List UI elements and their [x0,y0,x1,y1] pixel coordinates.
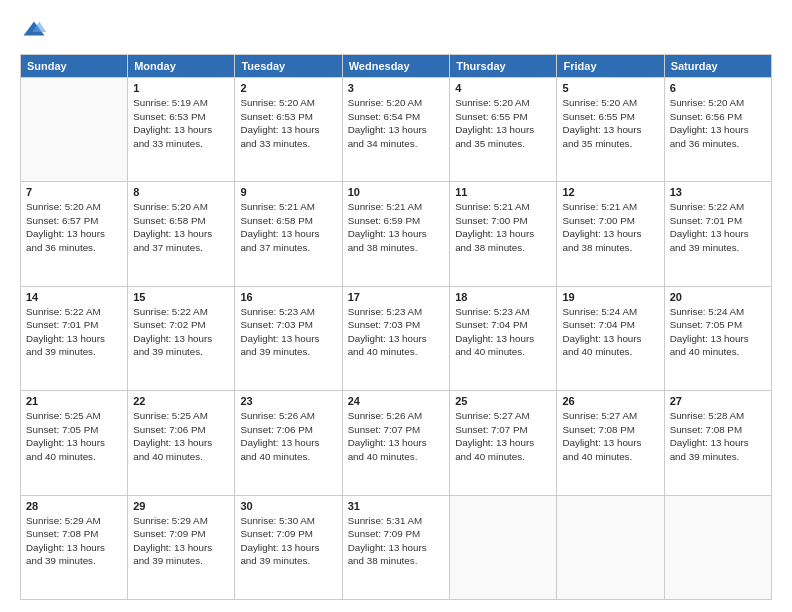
day-number: 16 [240,291,336,303]
day-number: 12 [562,186,658,198]
day-number: 25 [455,395,551,407]
day-number: 14 [26,291,122,303]
day-number: 1 [133,82,229,94]
day-info: Sunrise: 5:29 AMSunset: 7:08 PMDaylight:… [26,514,122,568]
logo [20,18,52,46]
calendar-cell: 23Sunrise: 5:26 AMSunset: 7:06 PMDayligh… [235,391,342,495]
day-info: Sunrise: 5:23 AMSunset: 7:03 PMDaylight:… [240,305,336,359]
calendar-cell: 30Sunrise: 5:30 AMSunset: 7:09 PMDayligh… [235,495,342,599]
day-number: 23 [240,395,336,407]
calendar-cell: 18Sunrise: 5:23 AMSunset: 7:04 PMDayligh… [450,286,557,390]
calendar-week-4: 21Sunrise: 5:25 AMSunset: 7:05 PMDayligh… [21,391,772,495]
day-number: 11 [455,186,551,198]
calendar-cell: 2Sunrise: 5:20 AMSunset: 6:53 PMDaylight… [235,78,342,182]
day-info: Sunrise: 5:20 AMSunset: 6:55 PMDaylight:… [455,96,551,150]
day-info: Sunrise: 5:21 AMSunset: 6:59 PMDaylight:… [348,200,445,254]
header [20,18,772,46]
calendar-cell: 6Sunrise: 5:20 AMSunset: 6:56 PMDaylight… [664,78,771,182]
day-info: Sunrise: 5:21 AMSunset: 7:00 PMDaylight:… [562,200,658,254]
day-info: Sunrise: 5:25 AMSunset: 7:05 PMDaylight:… [26,409,122,463]
day-number: 31 [348,500,445,512]
weekday-header-saturday: Saturday [664,55,771,78]
page: SundayMondayTuesdayWednesdayThursdayFrid… [0,0,792,612]
calendar-cell: 12Sunrise: 5:21 AMSunset: 7:00 PMDayligh… [557,182,664,286]
day-info: Sunrise: 5:27 AMSunset: 7:07 PMDaylight:… [455,409,551,463]
day-info: Sunrise: 5:20 AMSunset: 6:53 PMDaylight:… [240,96,336,150]
calendar-cell: 8Sunrise: 5:20 AMSunset: 6:58 PMDaylight… [128,182,235,286]
weekday-header-sunday: Sunday [21,55,128,78]
calendar-cell [450,495,557,599]
calendar-cell: 27Sunrise: 5:28 AMSunset: 7:08 PMDayligh… [664,391,771,495]
day-number: 21 [26,395,122,407]
weekday-header-tuesday: Tuesday [235,55,342,78]
day-number: 15 [133,291,229,303]
weekday-header-monday: Monday [128,55,235,78]
day-info: Sunrise: 5:23 AMSunset: 7:04 PMDaylight:… [455,305,551,359]
day-number: 7 [26,186,122,198]
weekday-header-row: SundayMondayTuesdayWednesdayThursdayFrid… [21,55,772,78]
day-number: 4 [455,82,551,94]
day-number: 13 [670,186,766,198]
calendar-cell: 26Sunrise: 5:27 AMSunset: 7:08 PMDayligh… [557,391,664,495]
calendar-cell: 5Sunrise: 5:20 AMSunset: 6:55 PMDaylight… [557,78,664,182]
calendar-week-2: 7Sunrise: 5:20 AMSunset: 6:57 PMDaylight… [21,182,772,286]
day-number: 5 [562,82,658,94]
calendar-cell: 16Sunrise: 5:23 AMSunset: 7:03 PMDayligh… [235,286,342,390]
calendar-cell: 4Sunrise: 5:20 AMSunset: 6:55 PMDaylight… [450,78,557,182]
day-info: Sunrise: 5:21 AMSunset: 7:00 PMDaylight:… [455,200,551,254]
day-number: 10 [348,186,445,198]
weekday-header-thursday: Thursday [450,55,557,78]
day-number: 20 [670,291,766,303]
day-info: Sunrise: 5:31 AMSunset: 7:09 PMDaylight:… [348,514,445,568]
calendar-cell: 3Sunrise: 5:20 AMSunset: 6:54 PMDaylight… [342,78,450,182]
day-info: Sunrise: 5:19 AMSunset: 6:53 PMDaylight:… [133,96,229,150]
calendar-week-5: 28Sunrise: 5:29 AMSunset: 7:08 PMDayligh… [21,495,772,599]
calendar-cell: 20Sunrise: 5:24 AMSunset: 7:05 PMDayligh… [664,286,771,390]
day-info: Sunrise: 5:25 AMSunset: 7:06 PMDaylight:… [133,409,229,463]
day-number: 29 [133,500,229,512]
day-number: 2 [240,82,336,94]
day-number: 30 [240,500,336,512]
day-number: 18 [455,291,551,303]
calendar-cell: 10Sunrise: 5:21 AMSunset: 6:59 PMDayligh… [342,182,450,286]
weekday-header-wednesday: Wednesday [342,55,450,78]
calendar-cell: 7Sunrise: 5:20 AMSunset: 6:57 PMDaylight… [21,182,128,286]
day-info: Sunrise: 5:30 AMSunset: 7:09 PMDaylight:… [240,514,336,568]
day-number: 3 [348,82,445,94]
calendar-week-1: 1Sunrise: 5:19 AMSunset: 6:53 PMDaylight… [21,78,772,182]
day-info: Sunrise: 5:24 AMSunset: 7:05 PMDaylight:… [670,305,766,359]
day-info: Sunrise: 5:29 AMSunset: 7:09 PMDaylight:… [133,514,229,568]
calendar-cell: 9Sunrise: 5:21 AMSunset: 6:58 PMDaylight… [235,182,342,286]
calendar-week-3: 14Sunrise: 5:22 AMSunset: 7:01 PMDayligh… [21,286,772,390]
day-number: 22 [133,395,229,407]
day-info: Sunrise: 5:20 AMSunset: 6:55 PMDaylight:… [562,96,658,150]
day-info: Sunrise: 5:20 AMSunset: 6:56 PMDaylight:… [670,96,766,150]
calendar-cell: 21Sunrise: 5:25 AMSunset: 7:05 PMDayligh… [21,391,128,495]
calendar-cell: 13Sunrise: 5:22 AMSunset: 7:01 PMDayligh… [664,182,771,286]
calendar-cell: 31Sunrise: 5:31 AMSunset: 7:09 PMDayligh… [342,495,450,599]
day-number: 26 [562,395,658,407]
day-info: Sunrise: 5:28 AMSunset: 7:08 PMDaylight:… [670,409,766,463]
day-info: Sunrise: 5:22 AMSunset: 7:01 PMDaylight:… [26,305,122,359]
calendar-cell: 29Sunrise: 5:29 AMSunset: 7:09 PMDayligh… [128,495,235,599]
calendar-cell: 24Sunrise: 5:26 AMSunset: 7:07 PMDayligh… [342,391,450,495]
calendar: SundayMondayTuesdayWednesdayThursdayFrid… [20,54,772,600]
calendar-cell: 11Sunrise: 5:21 AMSunset: 7:00 PMDayligh… [450,182,557,286]
weekday-header-friday: Friday [557,55,664,78]
day-number: 19 [562,291,658,303]
day-info: Sunrise: 5:23 AMSunset: 7:03 PMDaylight:… [348,305,445,359]
calendar-cell: 25Sunrise: 5:27 AMSunset: 7:07 PMDayligh… [450,391,557,495]
calendar-cell: 14Sunrise: 5:22 AMSunset: 7:01 PMDayligh… [21,286,128,390]
calendar-cell [21,78,128,182]
day-info: Sunrise: 5:26 AMSunset: 7:06 PMDaylight:… [240,409,336,463]
calendar-cell: 22Sunrise: 5:25 AMSunset: 7:06 PMDayligh… [128,391,235,495]
day-info: Sunrise: 5:22 AMSunset: 7:01 PMDaylight:… [670,200,766,254]
calendar-cell: 19Sunrise: 5:24 AMSunset: 7:04 PMDayligh… [557,286,664,390]
calendar-cell [664,495,771,599]
day-number: 24 [348,395,445,407]
calendar-cell: 1Sunrise: 5:19 AMSunset: 6:53 PMDaylight… [128,78,235,182]
day-info: Sunrise: 5:26 AMSunset: 7:07 PMDaylight:… [348,409,445,463]
logo-icon [20,18,48,46]
calendar-cell [557,495,664,599]
day-info: Sunrise: 5:20 AMSunset: 6:58 PMDaylight:… [133,200,229,254]
